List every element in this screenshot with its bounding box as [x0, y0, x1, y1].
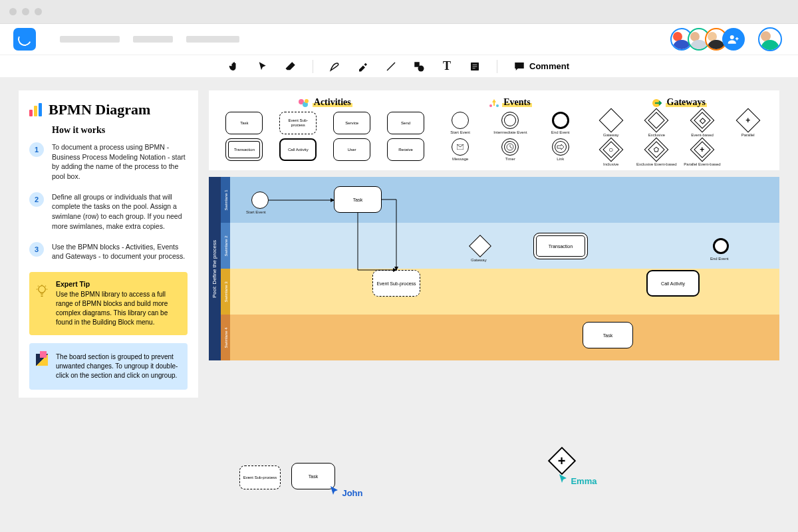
hand-tool-icon[interactable]: [229, 61, 241, 72]
shape-start-event[interactable]: [452, 112, 469, 129]
shape-transaction[interactable]: Transaction: [225, 138, 263, 161]
svg-rect-2: [414, 62, 420, 67]
node-event-subprocess[interactable]: Event Sub-process: [372, 270, 420, 297]
comment-label: Comment: [529, 61, 569, 71]
browser-chrome: [0, 0, 798, 24]
info-panel: BPMN Diagram How it works 1To document a…: [19, 90, 198, 398]
shape-message-event[interactable]: [452, 138, 469, 156]
note-text: The board section is grouped to prevent …: [56, 352, 180, 380]
palette-activities: Activities Task Event Sub-process Servic…: [219, 97, 431, 166]
top-bar: [0, 24, 798, 55]
panel-subtitle: How it works: [52, 125, 188, 136]
gateways-icon: [652, 98, 663, 108]
svg-point-8: [39, 286, 46, 293]
shape-palette: Activities Task Event Sub-process Servic…: [209, 90, 779, 170]
bpmn-pool[interactable]: Pool: Define the process Swimlane 1 Swim…: [209, 177, 779, 360]
pool-label: Pool: Define the process: [209, 177, 221, 360]
swimlane[interactable]: Swimlane 4: [221, 315, 779, 360]
text-tool-icon[interactable]: T: [441, 61, 453, 72]
cursor-label: John: [342, 488, 362, 498]
shape-task[interactable]: Task: [225, 112, 263, 134]
step-number: 3: [29, 242, 44, 257]
shape-end-event[interactable]: [552, 112, 569, 129]
pen-tool-icon[interactable]: [329, 61, 341, 72]
shape-event-subprocess[interactable]: Event Sub-process: [279, 112, 317, 134]
breadcrumb-placeholder: [133, 36, 173, 43]
comment-icon: [513, 61, 525, 72]
main-area: Activities Task Event Sub-process Servic…: [209, 90, 779, 398]
group-note: The board section is grouped to prevent …: [29, 343, 188, 390]
collaborator-avatars: [676, 27, 782, 51]
cursor-icon: [559, 473, 568, 484]
node-transaction[interactable]: Transaction: [533, 233, 588, 259]
svg-point-3: [418, 65, 424, 71]
shape-service[interactable]: Service: [333, 112, 370, 134]
step-text: To document a process using BPMN - Busin…: [52, 142, 188, 182]
svg-point-0: [730, 35, 734, 39]
window-dot: [35, 8, 42, 15]
toolbar-divider: [497, 60, 497, 73]
shape-call-activity[interactable]: Call Activity: [279, 138, 317, 161]
comment-button[interactable]: Comment: [513, 61, 569, 72]
floating-shape-subprocess[interactable]: Event Sub-process: [239, 466, 281, 489]
shape-send[interactable]: Send: [387, 112, 424, 134]
shape-exclusive-event-based[interactable]: ⬠: [644, 138, 669, 162]
shape-intermediate-event[interactable]: [501, 112, 519, 129]
toolbar: T Comment: [0, 55, 798, 77]
swimlane[interactable]: Swimlane 1: [221, 177, 779, 223]
node-start-event[interactable]: [251, 192, 269, 209]
pointer-tool-icon[interactable]: [257, 61, 269, 72]
palette-title: Events: [502, 97, 531, 107]
svg-line-1: [387, 63, 395, 70]
palette-events: Events Start Event Intermediate Event En…: [438, 97, 584, 166]
floating-shape-task[interactable]: Task: [291, 463, 335, 489]
line-tool-icon[interactable]: [385, 61, 397, 72]
cursor-label: Emma: [571, 476, 597, 486]
node-call-activity[interactable]: Call Activity: [646, 270, 700, 297]
shape-parallel-event-based[interactable]: +: [690, 138, 715, 162]
shape-user[interactable]: User: [333, 138, 370, 161]
expert-tip: Expert Tip Use the BPMN library to acces…: [29, 272, 188, 335]
shape-event-based[interactable]: ◇: [690, 108, 715, 133]
chart-icon: [29, 103, 42, 116]
group-icon: [36, 354, 48, 366]
step-number: 2: [29, 192, 44, 207]
step-text: Use the BPMN blocks - Activities, Events…: [52, 242, 188, 261]
shape-receive[interactable]: Receive: [387, 138, 424, 161]
eraser-tool-icon[interactable]: [285, 61, 297, 72]
palette-title: Gateways: [666, 97, 707, 107]
shape-gateway[interactable]: [598, 108, 623, 133]
add-collaborator-button[interactable]: [722, 28, 745, 51]
floating-shape-parallel-gateway[interactable]: +: [552, 451, 572, 471]
highlighter-tool-icon[interactable]: [357, 61, 369, 72]
node-task[interactable]: Task: [583, 322, 633, 348]
shape-tool-icon[interactable]: [413, 61, 425, 72]
window-dot: [9, 8, 17, 15]
node-label: Start Event: [246, 210, 266, 214]
shape-link-event[interactable]: [552, 138, 569, 156]
shape-exclusive[interactable]: [644, 108, 669, 133]
palette-title: Activities: [313, 97, 352, 107]
node-task[interactable]: Task: [334, 186, 382, 213]
svg-point-13: [496, 104, 499, 107]
shape-timer-event[interactable]: [501, 138, 519, 156]
shape-parallel[interactable]: +: [735, 108, 760, 133]
toolbar-divider: [313, 60, 313, 73]
current-user-avatar[interactable]: [758, 27, 782, 51]
note-tool-icon[interactable]: [469, 61, 481, 72]
app-logo[interactable]: [13, 28, 36, 51]
svg-point-12: [489, 104, 492, 107]
shape-inclusive[interactable]: ○: [598, 138, 623, 162]
palette-gateways: Gateways Gateway Exclusive ◇Event-based …: [590, 97, 769, 166]
window-dot: [22, 8, 29, 15]
cursor-emma: Emma: [559, 473, 597, 487]
cursor-icon: [330, 485, 339, 496]
step-number: 1: [29, 142, 44, 157]
events-icon: [489, 98, 499, 108]
node-end-event[interactable]: [713, 238, 729, 254]
activities-icon: [298, 98, 310, 108]
canvas[interactable]: BPMN Diagram How it works 1To document a…: [0, 77, 798, 411]
panel-title: BPMN Diagram: [49, 101, 150, 118]
swimlane[interactable]: Swimlane 2: [221, 223, 779, 269]
tip-title: Expert Tip: [56, 280, 180, 288]
